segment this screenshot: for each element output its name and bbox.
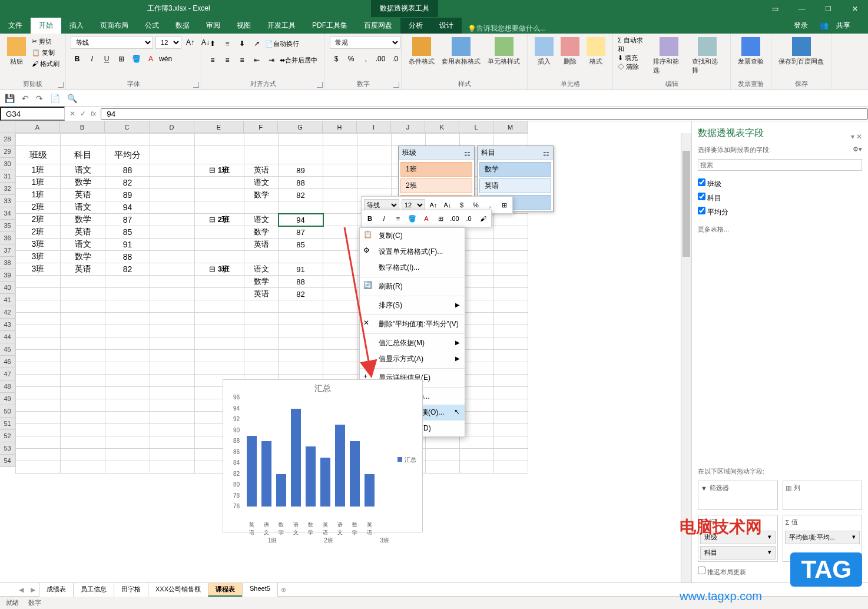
mini-font-select[interactable]: 等线 (364, 199, 399, 211)
tab-insert[interactable]: 插入 (61, 18, 92, 34)
value-field-item[interactable]: 平均值项:平均...▾ (785, 531, 860, 544)
autosum-button[interactable]: Σ 自动求和 (618, 36, 648, 54)
align-dialog-launcher[interactable] (317, 82, 323, 88)
font-color-button[interactable]: A (144, 52, 157, 65)
menu-refresh[interactable]: 🔄刷新(R) (360, 279, 465, 294)
mini-format-painter-icon[interactable]: 🖌 (477, 213, 489, 224)
mini-comma-icon[interactable]: , (484, 199, 496, 211)
tab-design[interactable]: 设计 (431, 18, 462, 34)
increase-indent-icon[interactable]: ⇥ (265, 54, 278, 67)
sort-filter-button[interactable]: 排序和筛选 (651, 36, 687, 76)
bold-button[interactable]: B (71, 52, 84, 65)
select-all-corner[interactable] (0, 121, 15, 133)
vertical-scrollbar[interactable] (681, 133, 691, 582)
clear-button[interactable]: ◇ 清除 (618, 62, 648, 71)
fill-color-button[interactable]: 🪣 (130, 52, 143, 65)
align-right-icon[interactable]: ≡ (236, 54, 249, 67)
tab-view[interactable]: 视图 (228, 18, 259, 34)
underline-button[interactable]: U (100, 52, 113, 65)
number-format-select[interactable]: 常规 (330, 36, 400, 49)
mini-align-icon[interactable]: ≡ (392, 213, 404, 224)
field-checkbox[interactable]: 科目 (698, 191, 862, 205)
row-headers[interactable]: 2829303132333435363738394041424344454647… (0, 133, 15, 467)
save-baidu-button[interactable]: 保存到百度网盘 (776, 36, 826, 67)
insert-cells-button[interactable]: 插入 (532, 36, 556, 67)
mini-dec-inc-icon[interactable]: .0 (463, 213, 475, 224)
tab-file[interactable]: 文件 (0, 18, 31, 34)
table-format-button[interactable]: 套用表格格式 (439, 36, 483, 67)
menu-sort[interactable]: 排序(S)▶ (360, 297, 465, 313)
format-painter-button[interactable]: 🖌 格式刷 (31, 58, 61, 69)
more-tables-link[interactable]: 更多表格... (698, 225, 862, 234)
login-button[interactable]: 登录 (788, 18, 814, 34)
name-box[interactable] (0, 107, 65, 121)
italic-button[interactable]: I (85, 52, 98, 65)
row-field-item[interactable]: 科目▾ (700, 546, 776, 560)
tab-formulas[interactable]: 公式 (137, 18, 167, 34)
sheet-tab[interactable]: 成绩表 (39, 582, 74, 597)
mini-percent-icon[interactable]: % (470, 199, 482, 211)
wrap-text-button[interactable]: 📄自动换行 (265, 37, 299, 50)
field-checkbox[interactable]: 班级 (698, 177, 862, 191)
maximize-icon[interactable]: ☐ (815, 0, 842, 17)
menu-show-as[interactable]: 值显示方式(A)▶ (360, 351, 465, 367)
find-select-button[interactable]: 查找和选择 (690, 36, 725, 76)
mini-italic-icon[interactable]: I (378, 213, 390, 224)
minimize-icon[interactable]: — (789, 0, 815, 17)
menu-summarize-by[interactable]: 值汇总依据(M)▶ (360, 335, 465, 351)
delete-cells-button[interactable]: 删除 (558, 36, 582, 67)
align-center-icon[interactable]: ≡ (221, 54, 234, 67)
menu-format-cells[interactable]: ⚙设置单元格格式(F)... (360, 244, 465, 260)
tell-me-search[interactable]: 💡 告诉我您想要做什么... (462, 24, 546, 34)
decrease-indent-icon[interactable]: ⇤ (250, 54, 263, 67)
defer-layout-checkbox[interactable]: 推迟布局更新 (698, 567, 862, 577)
accept-formula-icon[interactable]: ✓ (80, 110, 86, 118)
cancel-formula-icon[interactable]: ✕ (69, 110, 75, 118)
slicer-clear-icon[interactable]: ⚏ (464, 149, 471, 157)
slicer-item[interactable]: 2班 (400, 178, 472, 193)
rows-area[interactable]: ☰ 行 班级▾ 科目▾ (698, 515, 778, 562)
number-dialog-launcher[interactable] (393, 82, 399, 88)
align-top-icon[interactable]: ⬆ (206, 37, 219, 50)
mini-font-color-icon[interactable]: A (420, 213, 432, 224)
clipboard-dialog-launcher[interactable] (58, 82, 64, 88)
menu-remove-value[interactable]: ✕删除"平均值项:平均分"(V) (360, 316, 465, 332)
columns-area[interactable]: ▥ 列 (783, 481, 863, 510)
tab-developer[interactable]: 开发工具 (259, 18, 304, 34)
slicer-item[interactable]: 英语 (479, 178, 551, 193)
field-checkbox[interactable]: 平均分 (698, 205, 862, 219)
paste-button[interactable]: 粘贴 (5, 36, 28, 67)
sheet-nav-next-icon[interactable]: ▶ (27, 586, 39, 594)
mini-border2-icon[interactable]: ⊞ (435, 213, 446, 224)
values-area[interactable]: Σ 值 平均值项:平均...▾ (783, 515, 863, 562)
field-pane-close-icon[interactable]: ▾ ✕ (851, 133, 862, 141)
formula-input[interactable] (101, 108, 868, 120)
filters-area[interactable]: ▼ 筛选器 (698, 481, 778, 510)
worksheet-area[interactable]: ABCDEFGHIJKLM 28293031323334353637383940… (0, 121, 691, 582)
align-left-icon[interactable]: ≡ (206, 54, 219, 67)
increase-decimal-icon[interactable]: .00 (374, 52, 387, 65)
align-bottom-icon[interactable]: ⬇ (236, 37, 249, 50)
field-pane-gear-icon[interactable]: ⚙▾ (853, 145, 862, 154)
sheet-tab[interactable]: 课程表 (208, 582, 243, 597)
comma-icon[interactable]: , (359, 52, 372, 65)
conditional-format-button[interactable]: 条件格式 (406, 36, 437, 67)
fill-button[interactable]: ⬇ 填充 (618, 54, 648, 62)
tab-page-layout[interactable]: 页面布局 (92, 18, 137, 34)
pivot-chart[interactable]: 汇总 7678808284868890929496 英语语文数学语文数学英语语文… (223, 379, 423, 532)
mini-bold-icon[interactable]: B (364, 213, 376, 224)
merge-center-button[interactable]: ⬌合并后居中 (280, 54, 317, 67)
cut-button[interactable]: ✂ 剪切 (31, 36, 61, 47)
mini-decrease-font-icon[interactable]: A↓ (442, 199, 453, 211)
slicer-clear-icon[interactable]: ⚏ (543, 149, 549, 157)
tab-data[interactable]: 数据 (167, 18, 198, 34)
sheet-tab[interactable]: XXX公司销售额 (148, 582, 208, 597)
undo-icon[interactable]: ↶ (22, 94, 29, 103)
align-middle-icon[interactable]: ≡ (221, 37, 234, 50)
phonetic-button[interactable]: wén (159, 52, 172, 65)
percent-icon[interactable]: % (344, 52, 357, 65)
increase-font-icon[interactable]: A↑ (184, 36, 197, 49)
close-icon[interactable]: ✕ (842, 0, 868, 17)
mini-fill-color-icon[interactable]: 🪣 (406, 213, 418, 224)
sheet-tab[interactable]: 员工信息 (73, 582, 114, 597)
